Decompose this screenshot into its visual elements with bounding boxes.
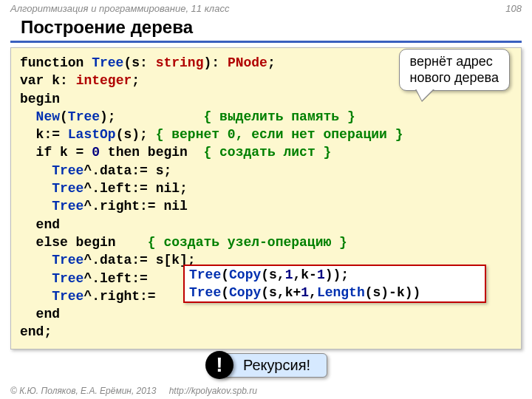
copyright: © К.Ю. Поляков, Е.А. Ерёмин, 2013 [10, 386, 156, 396]
recursion-label: Рекурсия! [220, 353, 327, 378]
callout-return-address: вернёт адрес нового дерева [399, 49, 510, 91]
slide-footer: © К.Ю. Поляков, Е.А. Ерёмин, 2013 http:/… [10, 386, 257, 396]
footer-url: http://kpolyakov.spb.ru [169, 386, 257, 396]
slide-header: Алгоритмизация и программирование, 11 кл… [0, 0, 532, 16]
callout-line1: вернёт адрес [410, 54, 499, 70]
course-name: Алгоритмизация и программирование, 11 кл… [10, 3, 229, 14]
highlight-recursion-box: Tree(Copy(s,1,k-1)); Tree(Copy(s,k+1,Len… [183, 265, 486, 303]
slide-title: Построение дерева [0, 16, 532, 41]
page-number: 108 [505, 3, 522, 14]
code-block: function Tree(s: string): PNode; var k: … [10, 47, 522, 349]
title-underline [10, 41, 522, 43]
callout-line2: нового дерева [410, 70, 499, 86]
recursion-callout: ! Рекурсия! [205, 351, 327, 379]
exclaim-icon: ! [205, 351, 233, 379]
